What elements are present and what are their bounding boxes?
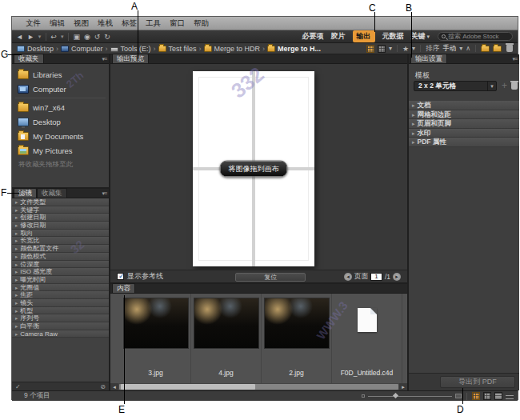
search-input[interactable] — [446, 33, 509, 40]
back-icon[interactable]: ◄ — [16, 31, 23, 42]
menu-item[interactable]: 编辑 — [50, 18, 65, 29]
favorites-item[interactable]: Libraries — [12, 67, 109, 82]
panel-menu-icon[interactable]: ▾≡ — [512, 56, 517, 62]
filter-category-row[interactable]: 序列号 — [12, 314, 109, 322]
menu-item[interactable]: 文件 — [26, 18, 41, 29]
thumbnail-cell[interactable]: 4.jpg — [191, 294, 262, 383]
workspace-tab[interactable]: 关键 — [411, 31, 430, 42]
reset-button[interactable]: 复位 — [235, 273, 306, 282]
view-dropdown-icon[interactable]: ▾ — [389, 45, 392, 52]
breadcrumb-item[interactable]: Merge to HDR — [204, 45, 268, 53]
workspace-tab[interactable]: 元数据 — [382, 31, 404, 42]
filter-category-row[interactable]: 镜头 — [12, 299, 109, 307]
favorites-item[interactable]: My Documents — [12, 129, 109, 143]
filter-category-row[interactable]: 颜色配置文件 — [12, 245, 109, 253]
thumbnail-cell[interactable]: 2.jpg — [262, 294, 332, 383]
favorites-item[interactable]: Computer — [12, 82, 109, 96]
delete-template-icon[interactable] — [511, 82, 518, 90]
forward-icon[interactable]: ► — [27, 31, 34, 42]
filter-category-row[interactable]: 修改日期 — [12, 222, 109, 230]
tab-output-preview[interactable]: 输出预览 — [112, 54, 149, 63]
menu-item[interactable]: 视图 — [74, 18, 89, 29]
page-number-input[interactable] — [370, 273, 382, 281]
filter-category-row[interactable]: 关键字 — [12, 206, 109, 214]
menu-item[interactable]: 堆栈 — [98, 18, 113, 29]
export-to-pdf-button[interactable]: 导出到 PDF — [440, 376, 515, 388]
favorites-item[interactable]: My Pictures — [12, 143, 109, 158]
refine-icon[interactable]: ◉ — [84, 31, 90, 42]
workspace-tab[interactable]: 胶片 — [331, 31, 346, 42]
details-view-icon[interactable] — [494, 392, 502, 400]
settings-section-row[interactable]: 水印 — [409, 129, 519, 138]
breadcrumb-item[interactable]: Merge to H... — [267, 45, 321, 53]
thumbnail-view-icon[interactable] — [366, 45, 374, 53]
filter-category-row[interactable]: 光圈值 — [12, 284, 109, 292]
nav-history-dropdown-icon[interactable]: ▾ — [38, 31, 42, 42]
show-guides-checkbox[interactable]: ✓ — [117, 273, 124, 280]
new-folder-icon[interactable] — [493, 46, 502, 52]
scroll-left-icon[interactable]: ◂ — [110, 383, 118, 390]
rating-dropdown-icon[interactable]: ▾ — [412, 45, 415, 52]
workspace-tab[interactable]: 输出 — [353, 30, 375, 42]
breadcrumb-item[interactable]: Computer — [61, 45, 110, 53]
panel-menu-icon[interactable]: ▾≡ — [102, 56, 106, 62]
list-view-icon[interactable] — [506, 395, 514, 399]
filter-category-row[interactable]: 颜色模式 — [12, 253, 109, 261]
next-page-icon[interactable]: ▸ — [393, 273, 401, 281]
menu-item[interactable]: 工具 — [146, 18, 161, 29]
zoom-in-icon[interactable] — [455, 394, 462, 398]
filter-category-row[interactable]: ISO 感光度 — [12, 268, 109, 276]
settings-section-row[interactable]: 网格和边距 — [409, 110, 519, 120]
tab-output-settings[interactable]: 输出设置 — [410, 54, 447, 63]
workspace-tab[interactable]: 必要项 — [302, 31, 324, 42]
tab-collections[interactable]: 收藏集 — [37, 188, 67, 198]
thumbnail-cell[interactable]: F0D_Untitled.c4d — [332, 294, 402, 383]
thumbnail-size-slider[interactable] — [368, 396, 452, 397]
filter-category-row[interactable]: 取向 — [12, 230, 109, 238]
menu-item[interactable]: 窗口 — [170, 18, 185, 29]
camera-import-icon[interactable]: ▣ — [73, 31, 80, 42]
thumbnail-cell[interactable]: 3.jpg — [121, 294, 191, 383]
panel-menu-icon[interactable]: ▾≡ — [102, 190, 106, 197]
previous-page-icon[interactable]: ◂ — [344, 273, 352, 281]
clear-filter-icon[interactable]: ⊘ — [100, 383, 106, 390]
settings-section-row[interactable]: PDF 属性 — [409, 138, 519, 147]
keep-filter-pin-icon[interactable]: ✓ — [15, 383, 21, 390]
rotate-right-icon[interactable]: ↻ — [104, 31, 110, 42]
rating-filter-icon[interactable]: ★ — [402, 45, 409, 53]
grid-view-icon[interactable] — [472, 392, 480, 400]
settings-section-row[interactable]: 文档 — [409, 101, 519, 110]
scrollbar-thumb[interactable] — [121, 384, 255, 390]
zoom-out-icon[interactable] — [362, 394, 365, 398]
boomerang-icon[interactable]: ↩ — [50, 31, 57, 42]
breadcrumb-item[interactable]: Test files — [158, 45, 204, 53]
rotate-left-icon[interactable]: ↺ — [94, 31, 101, 42]
settings-section-row[interactable]: 页眉和页脚 — [409, 119, 519, 129]
filter-category-row[interactable]: 位深度 — [12, 261, 109, 269]
sort-ascending-icon[interactable]: ∧ — [466, 45, 470, 52]
filter-category-row[interactable]: Camera Raw — [12, 330, 109, 338]
add-template-icon[interactable]: + — [502, 81, 507, 91]
detail-view-icon[interactable] — [378, 45, 386, 53]
filter-category-row[interactable]: 长宽比 — [12, 237, 109, 245]
tab-content[interactable]: 内容 — [112, 283, 135, 293]
open-folder-icon[interactable] — [481, 46, 490, 52]
scrollbar-track[interactable] — [119, 384, 398, 390]
filter-category-row[interactable]: 文件类型 — [12, 198, 109, 206]
sort-value[interactable]: 手动 — [442, 44, 456, 54]
filter-category-row[interactable]: 白平衡 — [12, 322, 109, 330]
breadcrumb-item[interactable]: Tools (E:) — [110, 45, 158, 53]
sort-dropdown-icon[interactable]: ▾ — [459, 45, 462, 52]
boomerang-dropdown-icon[interactable]: ▾ — [61, 31, 64, 42]
breadcrumb-item[interactable]: Desktop — [17, 45, 61, 53]
menu-item[interactable]: 标签 — [122, 18, 137, 29]
grid-lock-view-icon[interactable] — [483, 392, 491, 400]
search-box[interactable] — [438, 32, 513, 41]
pdf-page-preview[interactable]: 将图像拖到画布 — [193, 71, 314, 266]
filter-category-row[interactable]: 机型 — [12, 307, 109, 315]
filter-category-row[interactable]: 焦距 — [12, 291, 109, 299]
filter-category-row[interactable]: 曝光时间 — [12, 276, 109, 284]
favorites-item[interactable]: Desktop — [12, 114, 109, 129]
menu-item[interactable]: 帮助 — [194, 18, 209, 29]
slider-thumb[interactable] — [392, 393, 398, 398]
